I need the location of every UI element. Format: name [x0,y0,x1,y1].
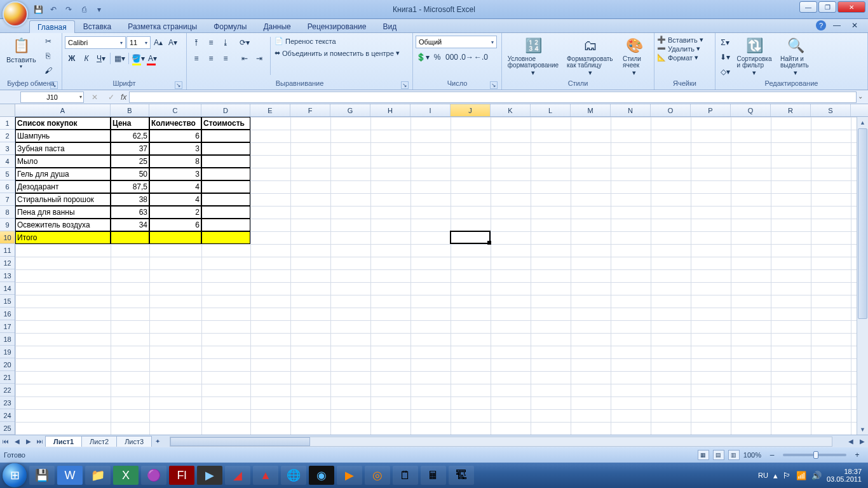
taskbar-app5-icon[interactable]: ▶ [337,466,362,485]
page-break-view[interactable]: ▥ [728,450,740,460]
select-all-corner[interactable] [0,104,15,117]
last-sheet[interactable]: ⏭ [34,436,46,447]
normal-view[interactable]: ▦ [698,450,709,460]
cell-A6[interactable]: Дезодарант [15,180,111,193]
scroll-right[interactable]: ▶ [857,436,868,447]
find-select-button[interactable]: 🔍Найти и выделить▾ [776,34,815,78]
orientation-button[interactable]: ⟳▾ [238,36,252,50]
zoom-thumb[interactable] [813,451,818,459]
vscroll-thumb[interactable] [858,128,867,319]
grow-font-button[interactable]: A▴ [151,36,165,50]
row-header-9[interactable]: 9 [0,219,15,231]
font-name-combo[interactable]: Calibri▾ [65,36,126,49]
number-format-combo[interactable]: Общий▾ [416,36,497,48]
cell-B10[interactable] [111,231,149,244]
taskbar-flash-icon[interactable]: Fl [169,466,194,485]
row-header-19[interactable]: 19 [0,346,15,358]
cell-A10[interactable]: Итого [15,231,111,244]
cell-D9[interactable] [201,219,250,231]
taskbar-explorer-icon[interactable]: 📁 [85,466,111,485]
tab-data[interactable]: Данные [255,20,299,32]
cell-C3[interactable]: 3 [149,142,201,155]
sheet-tab-1[interactable]: Лист1 [45,436,82,447]
align-middle[interactable]: ≡ [204,36,218,50]
cell-C10[interactable] [149,231,201,244]
comma-button[interactable]: 000 [445,50,459,64]
col-header-A[interactable]: A [15,104,111,116]
cell-A1[interactable]: Список покупок [15,117,111,130]
format-painter-button[interactable]: 🖌 [41,64,55,78]
qat-print[interactable]: ⎙ [78,3,90,16]
row-header-22[interactable]: 22 [0,384,15,396]
next-sheet[interactable]: ▶ [23,436,34,447]
taskbar-app4-icon[interactable]: 🌐 [281,466,306,485]
cell-D4[interactable] [201,155,250,168]
tray-lang[interactable]: RU [758,471,768,479]
col-header-O[interactable]: O [651,104,691,116]
clear-button[interactable]: ◇▾ [718,65,732,79]
row-header-23[interactable]: 23 [0,396,15,409]
currency-button[interactable]: 💲▾ [416,50,430,64]
decrease-decimal[interactable]: ←.0 [474,50,488,64]
format-as-table-button[interactable]: 🗂Форматировать как таблицу▾ [563,34,618,78]
taskbar-word-icon[interactable]: W [57,466,83,485]
col-header-B[interactable]: B [111,104,149,116]
prev-sheet[interactable]: ◀ [11,436,23,447]
cell-D8[interactable] [201,206,250,219]
cell-B8[interactable]: 63 [111,206,149,219]
row-header-21[interactable]: 21 [0,371,15,384]
cell-A9[interactable]: Освежитель воздуха [15,219,111,231]
alignment-launcher[interactable]: ↘ [401,81,409,89]
increase-decimal[interactable]: .0→ [459,50,473,64]
cell-B1[interactable]: Цена [111,117,149,130]
formula-bar-expand[interactable]: ⌄ [858,93,867,102]
taskbar-app6-icon[interactable]: 🏗 [449,466,474,485]
row-header-1[interactable]: 1 [0,117,15,130]
cell-B9[interactable]: 34 [111,219,149,231]
cell-C9[interactable]: 6 [149,219,201,231]
cell-B4[interactable]: 25 [111,155,149,168]
taskbar-excel-icon[interactable]: X [113,466,139,485]
taskbar-app1-icon[interactable]: 🟣 [141,466,166,485]
taskbar-aimp-icon[interactable]: ◎ [365,466,390,485]
clipboard-launcher[interactable]: ↘ [50,81,58,89]
close-button[interactable]: ✕ [837,1,865,13]
tab-home[interactable]: Главная [29,20,75,33]
cell-B3[interactable]: 37 [111,142,149,155]
bold-button[interactable]: Ж [65,51,79,65]
cell-B7[interactable]: 38 [111,193,149,206]
cell-A8[interactable]: Пена для ванны [15,206,111,219]
office-button[interactable] [3,1,28,27]
cell-styles-button[interactable]: 🎨Стили ячеек▾ [619,34,649,78]
cell-C6[interactable]: 4 [149,180,201,193]
increase-indent[interactable]: ⇥ [252,51,266,65]
align-bottom[interactable]: ⭳ [219,36,233,50]
tab-review[interactable]: Рецензирование [299,20,375,32]
name-box[interactable]: J10▾ [20,92,84,103]
merge-center-button[interactable]: ⬌Объединить и поместить в центре ▾ [275,49,400,57]
row-header-4[interactable]: 4 [0,155,15,168]
format-cells-button[interactable]: 📐Формат▾ [657,53,698,62]
fill-color-button[interactable]: 🪣▾ [131,51,145,65]
col-header-C[interactable]: C [149,104,201,116]
col-header-H[interactable]: H [370,104,410,116]
cell-B5[interactable]: 50 [111,168,149,180]
tray-clock[interactable]: 18:37 03.05.2011 [827,468,862,483]
first-sheet[interactable]: ⏮ [0,436,11,447]
cell-C5[interactable]: 3 [149,168,201,180]
paste-button[interactable]: 📋 Вставить ▾ [3,34,40,71]
cancel-formula[interactable]: ✕ [88,90,102,104]
underline-button[interactable]: Ч▾ [94,51,108,65]
sort-filter-button[interactable]: 🔃Сортировка и фильтр▾ [733,34,775,78]
row-header-25[interactable]: 25 [0,422,15,435]
taskbar-calc-icon[interactable]: 🖩 [421,466,446,485]
zoom-in[interactable]: + [850,448,864,462]
sheet-tab-3[interactable]: Лист3 [116,436,152,447]
col-header-D[interactable]: D [201,104,250,116]
tray-show-hidden[interactable]: ▴ [773,471,778,480]
col-header-P[interactable]: P [691,104,731,116]
shrink-font-button[interactable]: A▾ [166,36,180,50]
font-launcher[interactable]: ↘ [175,81,182,89]
wrap-text-button[interactable]: 📄Перенос текста [275,37,400,45]
taskbar-app3-icon[interactable]: ▲ [253,466,278,485]
